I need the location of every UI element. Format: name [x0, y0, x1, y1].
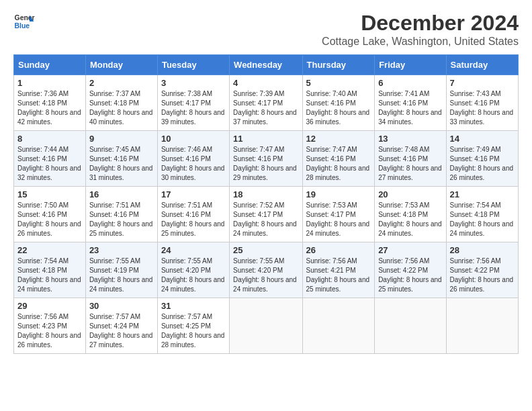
calendar-cell: 31Sunrise: 7:57 AMSunset: 4:25 PMDayligh…: [157, 298, 229, 354]
cell-details: Sunrise: 7:47 AMSunset: 4:16 PMDaylight:…: [233, 146, 297, 181]
cell-details: Sunrise: 7:57 AMSunset: 4:24 PMDaylight:…: [89, 313, 153, 349]
calendar-cell: 2Sunrise: 7:37 AMSunset: 4:18 PMDaylight…: [85, 75, 157, 131]
day-number: 5: [306, 78, 371, 88]
cell-details: Sunrise: 7:56 AMSunset: 4:22 PMDaylight:…: [450, 257, 514, 293]
day-number: 2: [89, 78, 154, 88]
cell-details: Sunrise: 7:47 AMSunset: 4:16 PMDaylight:…: [306, 146, 370, 181]
cell-details: Sunrise: 7:57 AMSunset: 4:25 PMDaylight:…: [161, 313, 225, 349]
calendar-week-row: 1Sunrise: 7:36 AMSunset: 4:18 PMDaylight…: [14, 75, 519, 131]
column-header-saturday: Saturday: [446, 55, 518, 75]
calendar-cell: [230, 298, 302, 354]
cell-details: Sunrise: 7:41 AMSunset: 4:16 PMDaylight:…: [378, 90, 442, 126]
calendar-cell: 21Sunrise: 7:54 AMSunset: 4:18 PMDayligh…: [446, 187, 518, 242]
day-number: 1: [17, 78, 82, 88]
cell-details: Sunrise: 7:55 AMSunset: 4:19 PMDaylight:…: [89, 257, 153, 293]
calendar-cell: 18Sunrise: 7:52 AMSunset: 4:17 PMDayligh…: [230, 187, 302, 242]
calendar-cell: 26Sunrise: 7:56 AMSunset: 4:21 PMDayligh…: [302, 242, 375, 298]
day-number: 19: [306, 189, 371, 199]
calendar-week-row: 29Sunrise: 7:56 AMSunset: 4:23 PMDayligh…: [14, 298, 519, 354]
title-section: December 2024 Cottage Lake, Washington, …: [322, 11, 519, 48]
cell-details: Sunrise: 7:50 AMSunset: 4:16 PMDaylight:…: [17, 201, 81, 237]
day-number: 16: [89, 189, 154, 199]
cell-details: Sunrise: 7:46 AMSunset: 4:16 PMDaylight:…: [161, 146, 225, 181]
cell-details: Sunrise: 7:51 AMSunset: 4:16 PMDaylight:…: [161, 201, 225, 237]
calendar-cell: [446, 298, 518, 354]
cell-details: Sunrise: 7:38 AMSunset: 4:17 PMDaylight:…: [161, 90, 225, 126]
calendar-cell: 4Sunrise: 7:39 AMSunset: 4:17 PMDaylight…: [230, 75, 302, 131]
cell-details: Sunrise: 7:55 AMSunset: 4:20 PMDaylight:…: [233, 257, 297, 293]
calendar-cell: 11Sunrise: 7:47 AMSunset: 4:16 PMDayligh…: [230, 131, 302, 187]
calendar-cell: 7Sunrise: 7:43 AMSunset: 4:16 PMDaylight…: [446, 75, 518, 131]
day-number: 21: [450, 189, 515, 199]
day-number: 20: [378, 189, 442, 199]
cell-details: Sunrise: 7:40 AMSunset: 4:16 PMDaylight:…: [306, 90, 370, 126]
day-number: 18: [233, 189, 298, 199]
day-number: 29: [17, 301, 82, 311]
day-number: 7: [450, 78, 515, 88]
day-number: 10: [161, 134, 226, 144]
calendar-cell: 14Sunrise: 7:49 AMSunset: 4:16 PMDayligh…: [446, 131, 518, 187]
day-number: 24: [161, 245, 226, 255]
day-number: 8: [17, 134, 82, 144]
calendar-cell: 19Sunrise: 7:53 AMSunset: 4:17 PMDayligh…: [302, 187, 375, 242]
calendar-week-row: 15Sunrise: 7:50 AMSunset: 4:16 PMDayligh…: [14, 187, 519, 242]
column-header-friday: Friday: [375, 55, 446, 75]
cell-details: Sunrise: 7:36 AMSunset: 4:18 PMDaylight:…: [17, 90, 81, 126]
page-subtitle: Cottage Lake, Washington, United States: [322, 36, 519, 48]
calendar-cell: 8Sunrise: 7:44 AMSunset: 4:16 PMDaylight…: [14, 131, 86, 187]
calendar-table: SundayMondayTuesdayWednesdayThursdayFrid…: [13, 54, 519, 354]
column-header-thursday: Thursday: [302, 55, 375, 75]
cell-details: Sunrise: 7:56 AMSunset: 4:22 PMDaylight:…: [378, 257, 442, 293]
calendar-cell: 25Sunrise: 7:55 AMSunset: 4:20 PMDayligh…: [230, 242, 302, 298]
calendar-cell: 17Sunrise: 7:51 AMSunset: 4:16 PMDayligh…: [157, 187, 229, 242]
cell-details: Sunrise: 7:53 AMSunset: 4:18 PMDaylight:…: [378, 201, 442, 237]
cell-details: Sunrise: 7:54 AMSunset: 4:18 PMDaylight:…: [17, 257, 81, 293]
day-number: 15: [17, 189, 82, 199]
cell-details: Sunrise: 7:48 AMSunset: 4:16 PMDaylight:…: [378, 146, 442, 181]
cell-details: Sunrise: 7:44 AMSunset: 4:16 PMDaylight:…: [17, 146, 81, 181]
calendar-cell: 12Sunrise: 7:47 AMSunset: 4:16 PMDayligh…: [302, 131, 375, 187]
cell-details: Sunrise: 7:54 AMSunset: 4:18 PMDaylight:…: [450, 201, 514, 237]
page-title: December 2024: [322, 11, 519, 36]
calendar-week-row: 22Sunrise: 7:54 AMSunset: 4:18 PMDayligh…: [14, 242, 519, 298]
calendar-cell: 29Sunrise: 7:56 AMSunset: 4:23 PMDayligh…: [14, 298, 86, 354]
column-header-tuesday: Tuesday: [157, 55, 229, 75]
day-number: 14: [450, 134, 515, 144]
cell-details: Sunrise: 7:52 AMSunset: 4:17 PMDaylight:…: [233, 201, 297, 237]
page-header: General Blue December 2024 Cottage Lake,…: [13, 11, 519, 48]
day-number: 28: [450, 245, 515, 255]
calendar-cell: 15Sunrise: 7:50 AMSunset: 4:16 PMDayligh…: [14, 187, 86, 242]
day-number: 27: [378, 245, 442, 255]
calendar-cell: 24Sunrise: 7:55 AMSunset: 4:20 PMDayligh…: [157, 242, 229, 298]
calendar-cell: 22Sunrise: 7:54 AMSunset: 4:18 PMDayligh…: [14, 242, 86, 298]
day-number: 11: [233, 134, 298, 144]
cell-details: Sunrise: 7:56 AMSunset: 4:23 PMDaylight:…: [17, 313, 81, 349]
logo: General Blue: [13, 11, 35, 32]
calendar-cell: 30Sunrise: 7:57 AMSunset: 4:24 PMDayligh…: [85, 298, 157, 354]
day-number: 6: [378, 78, 442, 88]
cell-details: Sunrise: 7:49 AMSunset: 4:16 PMDaylight:…: [450, 146, 514, 181]
calendar-cell: 20Sunrise: 7:53 AMSunset: 4:18 PMDayligh…: [375, 187, 446, 242]
day-number: 12: [306, 134, 371, 144]
column-header-sunday: Sunday: [14, 55, 86, 75]
cell-details: Sunrise: 7:39 AMSunset: 4:17 PMDaylight:…: [233, 90, 297, 126]
day-number: 4: [233, 78, 298, 88]
svg-text:Blue: Blue: [15, 22, 30, 30]
day-number: 3: [161, 78, 226, 88]
cell-details: Sunrise: 7:55 AMSunset: 4:20 PMDaylight:…: [161, 257, 225, 293]
cell-details: Sunrise: 7:43 AMSunset: 4:16 PMDaylight:…: [450, 90, 514, 126]
cell-details: Sunrise: 7:37 AMSunset: 4:18 PMDaylight:…: [89, 90, 153, 126]
calendar-cell: [375, 298, 446, 354]
calendar-week-row: 8Sunrise: 7:44 AMSunset: 4:16 PMDaylight…: [14, 131, 519, 187]
column-header-monday: Monday: [85, 55, 157, 75]
calendar-cell: 1Sunrise: 7:36 AMSunset: 4:18 PMDaylight…: [14, 75, 86, 131]
calendar-cell: [302, 298, 375, 354]
calendar-cell: 28Sunrise: 7:56 AMSunset: 4:22 PMDayligh…: [446, 242, 518, 298]
calendar-cell: 6Sunrise: 7:41 AMSunset: 4:16 PMDaylight…: [375, 75, 446, 131]
calendar-cell: 23Sunrise: 7:55 AMSunset: 4:19 PMDayligh…: [85, 242, 157, 298]
calendar-cell: 27Sunrise: 7:56 AMSunset: 4:22 PMDayligh…: [375, 242, 446, 298]
cell-details: Sunrise: 7:51 AMSunset: 4:16 PMDaylight:…: [89, 201, 153, 237]
cell-details: Sunrise: 7:53 AMSunset: 4:17 PMDaylight:…: [306, 201, 370, 237]
column-header-wednesday: Wednesday: [230, 55, 302, 75]
calendar-cell: 10Sunrise: 7:46 AMSunset: 4:16 PMDayligh…: [157, 131, 229, 187]
